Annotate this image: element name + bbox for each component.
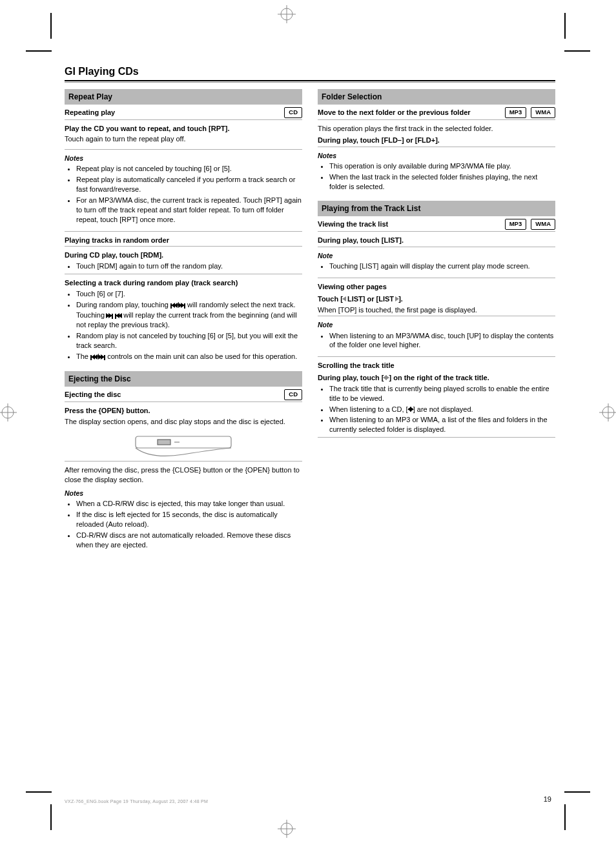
badge-wma: WMA <box>531 219 555 230</box>
page-body: GI Playing CDs Repeat Play Repeating pla… <box>65 65 555 553</box>
section-tracklist: Playing from the Track List <box>318 201 555 216</box>
note-item: This operation is only available during … <box>329 161 555 171</box>
crop-mark-bottom-left <box>13 791 52 830</box>
notes-heading-2: Notes <box>65 489 302 498</box>
note-item: When a CD-R/RW disc is ejected, this may… <box>76 499 302 509</box>
notes-list-2: When a CD-R/RW disc is ejected, this may… <box>65 499 302 549</box>
subtitle-random-play: Playing tracks in random order <box>65 236 302 245</box>
subtitle-folder: Move to the next folder or the previous … <box>318 108 471 117</box>
title-rule <box>65 80 555 83</box>
bullet-mp3-list: When listening to an MP3 or WMA, a list … <box>329 415 555 434</box>
subtitle-repeating-play: Repeating play <box>65 108 115 117</box>
note-item: When the last track in the selected fold… <box>329 172 555 192</box>
note-item: Repeat play is automatically canceled if… <box>76 175 302 194</box>
crop-mark-bottom-right <box>564 791 603 830</box>
crop-mark-top-right <box>564 13 603 52</box>
left-column: Repeat Play Repeating play CD Play the C… <box>65 89 302 553</box>
badge-cd: CD <box>284 107 302 118</box>
registration-target-top <box>278 5 296 23</box>
step-open: Press the {OPEN} button. <box>65 406 302 416</box>
subtitle-eject: Ejecting the disc <box>65 390 121 400</box>
section-eject: Ejecting the Disc <box>65 371 302 387</box>
skip-next-icon <box>99 352 105 362</box>
note-item: For an MP3/WMA disc, the current track i… <box>76 196 302 225</box>
skip-prev-icon <box>115 311 121 321</box>
page-title: GI Playing CDs <box>65 65 555 79</box>
body-after-remove: After removing the disc, press the {CLOS… <box>65 465 302 485</box>
player-illustration <box>132 430 235 458</box>
subtitle-scroll-title: Scrolling the track title <box>318 361 555 371</box>
body-top: When [TOP] is touched, the first page is… <box>318 305 555 315</box>
page-number: 19 <box>544 795 551 804</box>
note-heading-5: Note <box>318 320 555 329</box>
step-scroll: During play, touch [] on the right of th… <box>318 373 555 383</box>
registration-target-right <box>599 403 616 421</box>
badge-mp3: MP3 <box>505 219 527 230</box>
notes-list-1: Repeat play is not canceled by touching … <box>65 164 302 224</box>
note-item: If the disc is left ejected for 15 secon… <box>76 510 302 529</box>
subtitle-other-pages: Viewing other pages <box>318 282 555 292</box>
registration-target-left <box>0 403 17 421</box>
body-repeat: Touch again to turn the repeat play off. <box>65 134 302 144</box>
bullet-cd-no-arrows: When listening to a CD, [] are not displ… <box>329 405 555 414</box>
bullet-random-not-canceled: Random play is not canceled by touching … <box>76 331 302 350</box>
step-repeat: Play the CD you want to repeat, and touc… <box>65 124 302 134</box>
right-column: Folder Selection Move to the next folder… <box>318 89 555 553</box>
note-item: When listening to an MP3/WMA disc, touch… <box>329 331 555 350</box>
subtitle-view-list: Viewing the track list <box>318 219 388 229</box>
badge-wma: WMA <box>531 107 555 118</box>
registration-target-bottom <box>278 820 296 838</box>
note-item: Touching [LIST] again will display the c… <box>329 261 555 271</box>
step-list-page: Touch [ LIST] or [LIST ]. <box>318 294 555 304</box>
skip-next-icon <box>107 311 113 321</box>
footer-credit: VXZ-766_ENG.book Page 19 Thursday, Augus… <box>65 798 208 804</box>
step-random: During CD play, touch [RDM]. <box>65 250 302 260</box>
note-heading-4: Note <box>318 251 555 260</box>
bullet-main-unit-controls: The / controls on the main unit can also… <box>76 352 302 362</box>
bullet-scroll: The track title that is currently being … <box>329 384 555 403</box>
notes-heading-3: Notes <box>318 151 555 160</box>
step-list: During play, touch [LIST]. <box>318 236 555 245</box>
badge-cd: CD <box>284 389 302 400</box>
skip-prev-icon <box>90 352 97 362</box>
bullet-random-off: Touch [RDM] again to turn off the random… <box>76 261 302 271</box>
skip-prev-icon <box>170 301 177 310</box>
badge-mp3: MP3 <box>505 107 527 118</box>
svg-rect-12 <box>158 440 170 445</box>
body-folder: This operation plays the first track in … <box>318 124 555 134</box>
skip-next-icon <box>179 301 185 310</box>
note-item: Repeat play is not canceled by touching … <box>76 164 302 174</box>
notes-heading-1: Notes <box>65 154 302 163</box>
section-repeat-play: Repeat Play <box>65 89 302 105</box>
body-eject: The display section opens, and disc play… <box>65 417 302 427</box>
bullet-random-skip: During random play, touching / will rand… <box>76 300 302 330</box>
section-folder: Folder Selection <box>318 89 555 105</box>
note-item: CD-R/RW discs are not automatically relo… <box>76 531 302 550</box>
crop-mark-top-left <box>13 13 52 52</box>
bullet-touch-67: Touch [6] or [7]. <box>76 289 302 299</box>
step-folder: During play, touch [FLD–] or [FLD+]. <box>318 136 555 145</box>
subtitle-track-search: Selecting a track during random play (tr… <box>65 278 302 288</box>
